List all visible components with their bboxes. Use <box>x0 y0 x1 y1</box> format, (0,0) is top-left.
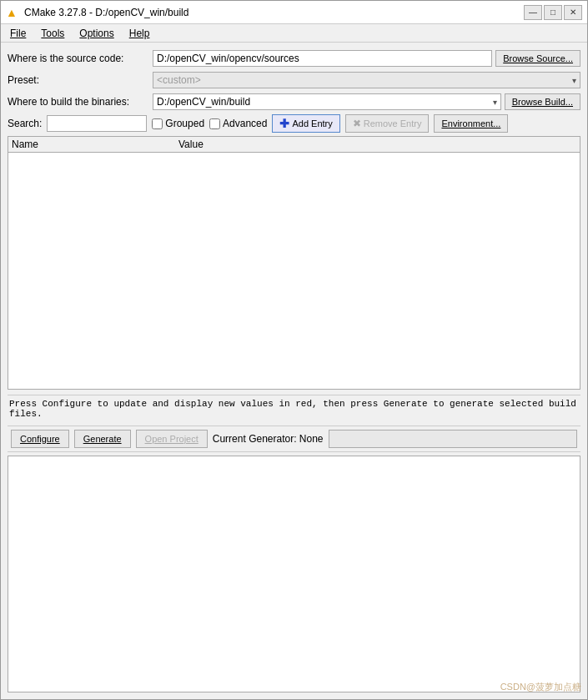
browse-build-button[interactable]: Browse Build... <box>505 93 580 110</box>
remove-entry-button[interactable]: ✖ Remove Entry <box>345 114 430 133</box>
generate-button[interactable]: Generate <box>74 430 131 448</box>
search-row: Search: Grouped Advanced ✚ Add Entry ✖ R… <box>8 114 580 133</box>
col-value-header: Value <box>178 138 576 150</box>
build-input-container: D:/openCV_win/build ▾ <box>153 93 501 110</box>
generator-text: Current Generator: None <box>213 433 324 445</box>
remove-entry-label: Remove Entry <box>364 118 422 128</box>
bottom-bar: Configure Generate Open Project Current … <box>8 426 580 452</box>
advanced-checkbox[interactable] <box>209 118 220 129</box>
build-dropdown-icon[interactable]: ▾ <box>493 98 497 107</box>
plus-icon: ✚ <box>279 117 289 130</box>
search-label: Search: <box>8 118 42 129</box>
generator-input <box>329 430 577 448</box>
add-entry-label: Add Entry <box>292 118 332 128</box>
grouped-checkbox-label[interactable]: Grouped <box>152 118 204 129</box>
search-input[interactable] <box>47 115 147 132</box>
grouped-checkbox[interactable] <box>152 118 163 129</box>
preset-label: Preset: <box>8 74 149 86</box>
window-title: CMake 3.27.8 - D:/openCV_win/build <box>24 7 188 18</box>
open-project-button[interactable]: Open Project <box>136 430 208 448</box>
advanced-checkbox-label[interactable]: Advanced <box>209 118 267 129</box>
preset-value: <custom> <box>157 74 201 86</box>
grouped-label: Grouped <box>165 118 204 129</box>
title-bar: ▲ CMake 3.27.8 - D:/openCV_win/build — □… <box>1 1 587 24</box>
source-label: Where is the source code: <box>8 53 149 64</box>
table-body <box>8 153 580 389</box>
preset-dropdown[interactable]: <custom> ▾ <box>153 72 580 88</box>
menu-help[interactable]: Help <box>123 26 156 41</box>
source-row: Where is the source code: Browse Source.… <box>8 49 580 68</box>
preset-row: Preset: <custom> ▾ <box>8 71 580 89</box>
output-panel <box>8 456 580 693</box>
title-bar-left: ▲ CMake 3.27.8 - D:/openCV_win/build <box>6 6 188 19</box>
x-icon: ✖ <box>353 118 361 129</box>
col-name-header: Name <box>12 138 178 150</box>
configure-button[interactable]: Configure <box>11 430 69 448</box>
browse-source-button[interactable]: Browse Source... <box>495 50 580 67</box>
app-icon: ▲ <box>6 6 19 19</box>
environment-button[interactable]: Environment... <box>434 114 508 133</box>
build-row: Where to build the binaries: D:/openCV_w… <box>8 93 580 111</box>
build-value: D:/openCV_win/build <box>157 96 493 108</box>
preset-arrow-icon: ▾ <box>572 76 576 85</box>
maximize-button[interactable]: □ <box>544 5 562 20</box>
table-header: Name Value <box>8 137 580 153</box>
menu-file[interactable]: File <box>4 26 32 41</box>
close-button[interactable]: ✕ <box>564 5 582 20</box>
main-window: ▲ CMake 3.27.8 - D:/openCV_win/build — □… <box>0 0 588 700</box>
menu-tools[interactable]: Tools <box>35 26 70 41</box>
watermark: CSDN@菠萝加点糖 <box>500 681 581 693</box>
menu-options[interactable]: Options <box>73 26 119 41</box>
minimize-button[interactable]: — <box>524 5 542 20</box>
main-content: Where is the source code: Browse Source.… <box>1 43 587 699</box>
menu-bar: File Tools Options Help <box>1 24 587 43</box>
build-label: Where to build the binaries: <box>8 96 149 108</box>
info-text: Press Configure to update and display ne… <box>8 395 580 422</box>
add-entry-button[interactable]: ✚ Add Entry <box>272 114 339 133</box>
source-input[interactable] <box>153 50 492 67</box>
entries-table: Name Value <box>8 136 580 390</box>
title-bar-controls: — □ ✕ <box>524 5 582 20</box>
advanced-label: Advanced <box>223 118 267 129</box>
